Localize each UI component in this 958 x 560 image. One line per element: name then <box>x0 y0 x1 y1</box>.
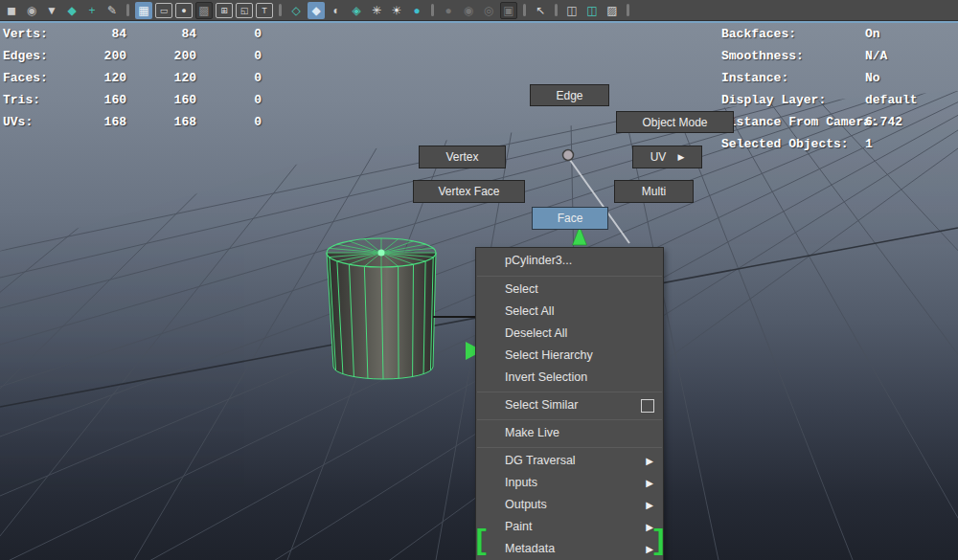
hud-row-edges: Edges:2002000 <box>3 45 262 67</box>
wireframe-on-shaded-icon[interactable]: ◈ <box>348 2 365 19</box>
grease-pencil-icon[interactable]: ✎ <box>103 2 121 19</box>
hud-label: Verts: <box>3 23 57 45</box>
toolbar-separator <box>431 4 434 16</box>
menu-item-label: Select All <box>505 304 554 318</box>
toolbar-separator <box>555 4 558 16</box>
marking-menu-vertex-face[interactable]: Vertex Face <box>413 180 525 203</box>
menu-title-pcylinder3[interactable]: pCylinder3... <box>476 248 663 273</box>
toolbar-separator <box>627 4 629 16</box>
hud-label: UVs: <box>3 111 57 133</box>
menu-item-select-similar[interactable]: Select Similar <box>476 394 663 416</box>
submenu-arrow-icon: ▶ <box>677 152 684 162</box>
motion-blur-icon[interactable]: ◉ <box>460 2 477 19</box>
menu-item-label: Make Live <box>505 426 559 439</box>
hud-row-instance: Instance:No <box>721 67 918 89</box>
all-lights-icon[interactable]: ✳ <box>368 2 385 19</box>
menu-item-dg-traversal[interactable]: DG Traversal▶ <box>476 450 663 472</box>
toolbar-separator <box>126 4 129 16</box>
renderer-icon[interactable]: ▣ <box>500 2 517 19</box>
isolate-select-icon[interactable]: ↖ <box>532 2 549 19</box>
marking-menu-face-selected[interactable]: Face <box>532 207 608 230</box>
marking-menu-edge[interactable]: Edge <box>530 84 609 106</box>
ambient-occlusion-icon[interactable]: ● <box>440 2 457 19</box>
selection-bracket-left: [ <box>472 529 490 554</box>
menu-item-select[interactable]: Select <box>476 279 663 301</box>
context-menu: pCylinder3... SelectSelect AllDeselect A… <box>475 247 664 560</box>
camera-attributes-icon[interactable]: ◆ <box>63 2 80 19</box>
menu-item-label: DG Traversal <box>505 454 576 467</box>
safe-action-icon[interactable]: ◱ <box>236 3 253 18</box>
resolution-gate-icon[interactable]: ● <box>175 3 193 18</box>
menu-item-label: Select Similar <box>505 398 578 412</box>
hud-label: Edges: <box>3 45 57 67</box>
hud-row-tris: Tris:1601600 <box>3 89 262 111</box>
menu-item-label: Select Hierarchy <box>505 348 593 362</box>
menu-item-invert-selection[interactable]: Invert Selection <box>476 367 663 389</box>
menu-item-outputs[interactable]: Outputs▶ <box>476 494 663 516</box>
menu-item-label: Invert Selection <box>505 370 587 384</box>
bookmark-icon[interactable]: ▼ <box>43 2 60 19</box>
menu-item-label: Deselect All <box>505 326 567 340</box>
menu-item-select-hierarchy[interactable]: Select Hierarchy <box>476 345 663 367</box>
gate-mask-icon[interactable]: ▩ <box>195 2 213 19</box>
menu-item-inputs[interactable]: Inputs▶ <box>476 472 663 494</box>
menu-item-make-live[interactable]: Make Live <box>476 422 663 444</box>
toolbar-separator <box>523 4 526 16</box>
menu-item-label: Paint <box>505 520 533 533</box>
hud-label: Faces: <box>3 67 57 89</box>
menu-item-label: Metadata <box>505 542 555 555</box>
panel-toolbar: ◼◉▼◆+✎▦▭●▩⊞◱T◇◆◐◈✳☀●●◉◎▣↖◫◫▨ <box>0 0 958 21</box>
movie-camera-icon[interactable]: ◼ <box>3 2 20 19</box>
submenu-arrow-icon: ▶ <box>646 472 653 494</box>
marking-menu-object-mode[interactable]: Object Mode <box>616 111 734 133</box>
pan-zoom-icon[interactable]: + <box>83 2 101 19</box>
xray-joints-icon[interactable]: ◫ <box>583 2 601 19</box>
menu-item-metadata[interactable]: Metadata▶ <box>476 538 663 560</box>
hud-row-verts: Verts:84840 <box>3 23 262 45</box>
submenu-arrow-icon: ▶ <box>646 450 653 472</box>
smooth-shade-mode-icon[interactable]: ◆ <box>308 2 325 19</box>
hud-label: Tris: <box>3 89 57 111</box>
hud-row-smoothness: Smoothness:N/A <box>721 45 918 67</box>
submenu-arrow-icon: ▶ <box>646 494 653 516</box>
menu-item-paint[interactable]: Paint▶ <box>476 516 663 538</box>
camera-bookmark-icon[interactable]: ◉ <box>23 2 40 19</box>
marking-menu-multi[interactable]: Multi <box>614 180 694 203</box>
safe-title-icon[interactable]: T <box>256 3 273 18</box>
texture-mode-icon[interactable]: ◐ <box>328 2 345 19</box>
menu-item-deselect-all[interactable]: Deselect All <box>476 323 663 345</box>
default-light-icon[interactable]: ☀ <box>388 2 405 19</box>
selection-bracket-right: ] <box>650 529 668 554</box>
marking-menu-uv[interactable]: UV▶ <box>632 146 702 168</box>
film-gate-icon[interactable]: ▭ <box>155 3 172 18</box>
hud-row-selected-objects: Selected Objects:1 <box>721 133 918 155</box>
marking-menu-vertex[interactable]: Vertex <box>419 146 506 168</box>
hud-object-details: Backfaces:On Smoothness:N/A Instance:No … <box>721 23 918 155</box>
menu-item-label: Outputs <box>505 498 547 511</box>
wireframe-mode-icon[interactable]: ◇ <box>287 2 305 19</box>
hud-poly-count: Verts:84840 Edges:2002000 Faces:1201200 … <box>3 23 262 133</box>
option-box-icon[interactable] <box>641 399 654 413</box>
hud-row-faces: Faces:1201200 <box>3 67 262 89</box>
menu-item-label: Select <box>505 282 538 296</box>
maya-window: ◼◉▼◆+✎▦▭●▩⊞◱T◇◆◐◈✳☀●●◉◎▣↖◫◫▨ Verts:84840… <box>0 0 958 560</box>
fog-icon[interactable]: ◎ <box>480 2 497 19</box>
field-chart-icon[interactable]: ⊞ <box>216 3 233 18</box>
toolbar-separator <box>279 4 282 16</box>
xray-icon[interactable]: ◫ <box>563 2 581 19</box>
grid-toggle-icon[interactable]: ▦ <box>135 2 152 19</box>
hud-row-backfaces: Backfaces:On <box>721 23 918 45</box>
image-plane-icon[interactable]: ▨ <box>604 2 621 19</box>
hud-row-distance-from-camera: Distance From Camera:6.742 <box>721 111 918 133</box>
shadows-icon[interactable]: ● <box>408 2 425 19</box>
hud-row-uvs: UVs:1681680 <box>3 111 262 133</box>
menu-item-select-all[interactable]: Select All <box>476 301 663 323</box>
menu-item-label: Inputs <box>505 476 537 489</box>
hud-row-display-layer: Display Layer:default <box>721 89 918 111</box>
